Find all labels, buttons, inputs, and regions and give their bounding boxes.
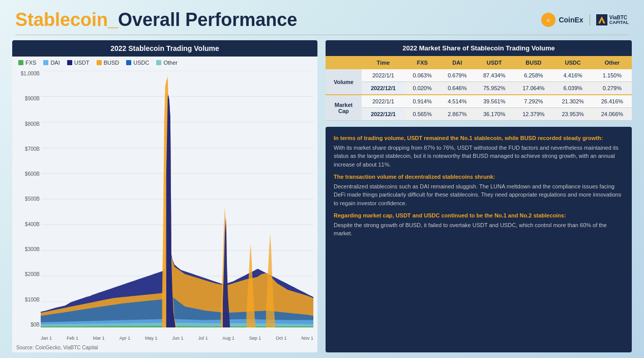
y-axis-label: $900B <box>14 96 40 101</box>
x-axis-label: Jun 1 <box>172 336 183 341</box>
cell-usdt: 39.561% <box>475 95 514 108</box>
y-axis-labels: $1,000B$900B$800B$700B$600B$500B$400B$30… <box>14 71 40 327</box>
header-logos: C CoinEx ViaBTC CAPITAL <box>541 13 629 27</box>
legend-item: USDT <box>67 60 90 66</box>
col-header-busd: BUSD <box>514 56 553 69</box>
x-axis-labels: Jan 1Feb 1Mar 1Apr 1May 1Jun 1Jul 1Aug 1… <box>41 336 313 341</box>
cell-usdt: 75.952% <box>475 82 514 95</box>
cell-usdc: 23.953% <box>553 108 593 121</box>
legend-label: USDC <box>133 60 149 66</box>
cell-usdc: 6.039% <box>553 82 593 95</box>
cell-fxs: 0.063% <box>405 69 440 82</box>
cell-busd: 7.292% <box>514 95 553 108</box>
table-header-row: Time FXS DAI USDT BUSD USDC Other <box>326 56 632 69</box>
legend-item: USDC <box>126 60 149 66</box>
legend-dot <box>156 60 161 65</box>
legend-dot <box>126 60 131 65</box>
coinex-logo: C CoinEx <box>541 13 583 27</box>
cell-usdc: 4.416% <box>553 69 593 82</box>
right-panel: 2022 Market Share of Stablecoin Trading … <box>326 40 632 352</box>
legend-item: BUSD <box>97 60 120 66</box>
header-divider <box>15 35 629 35</box>
col-header-usdt: USDT <box>475 56 514 69</box>
y-axis-label: $700B <box>14 146 40 152</box>
cell-time: 2022/1/1 <box>362 95 405 108</box>
table-row: Market Cap2022/1/10.914%4.514%39.561%7.2… <box>326 95 632 108</box>
legend-dot <box>43 60 48 65</box>
cell-busd: 17.064% <box>514 82 553 95</box>
x-axis-label: Sep 1 <box>249 336 261 341</box>
legend-item: DAI <box>43 60 60 66</box>
page-title: Stablecoin_ Overall Performance <box>15 9 297 31</box>
x-axis-label: Oct 1 <box>276 336 287 341</box>
svg-text:C: C <box>547 19 550 22</box>
col-header-empty <box>326 56 362 69</box>
cell-time: 2022/1/1 <box>362 69 405 82</box>
x-axis-label: Jul 1 <box>198 336 208 341</box>
table-section: 2022 Market Share of Stablecoin Trading … <box>326 40 632 121</box>
y-axis-label: $500B <box>14 196 40 202</box>
cell-time: 2022/12/1 <box>362 108 405 121</box>
col-header-other: Other <box>593 56 632 69</box>
legend-label: BUSD <box>104 60 120 66</box>
row-group-label: Volume <box>326 69 362 95</box>
info-body: With its market share dropping from 87% … <box>334 144 624 169</box>
cell-other: 1.150% <box>593 69 632 82</box>
legend-label: Other <box>163 60 178 66</box>
cell-busd: 12.379% <box>514 108 553 121</box>
x-axis-label: Feb 1 <box>67 336 78 341</box>
title-overall: Overall Performance <box>118 9 297 31</box>
cell-usdt: 87.434% <box>475 69 514 82</box>
title-stablecoin: Stablecoin_ <box>15 9 118 31</box>
legend-dot <box>18 60 23 65</box>
chart-svg <box>41 71 313 327</box>
chart-area: $1,000B$900B$800B$700B$600B$500B$400B$30… <box>12 69 317 343</box>
cell-usdc: 21.302% <box>553 95 593 108</box>
legend-label: DAI <box>50 60 60 66</box>
cell-fxs: 0.914% <box>405 95 440 108</box>
cell-usdt: 36.170% <box>475 108 514 121</box>
y-axis-label: $100B <box>14 297 40 302</box>
col-header-time: Time <box>362 56 405 69</box>
info-heading: Regarding market cap, USDT and USDC cont… <box>334 211 624 220</box>
table-row: 2022/12/10.565%2.867%36.170%12.379%23.95… <box>326 108 632 121</box>
info-body: Despite the strong growth of BUSD, it fa… <box>334 221 624 238</box>
chart-legend: FXSDAIUSDTBUSDUSDCOther <box>12 57 317 69</box>
main-content: 2022 Stablecoin Trading Volume FXSDAIUSD… <box>0 40 644 352</box>
x-axis-label: Mar 1 <box>93 336 105 341</box>
info-heading: In terms of trading volume, USDT remaine… <box>334 134 624 143</box>
cell-time: 2022/12/1 <box>362 82 405 95</box>
cell-other: 26.416% <box>593 95 632 108</box>
y-axis-label: $0B <box>14 322 40 327</box>
table-row: 2022/12/10.020%0.646%75.952%17.064%6.039… <box>326 82 632 95</box>
y-axis-label: $200B <box>14 271 40 277</box>
y-axis-label: $600B <box>14 171 40 177</box>
svg-rect-2 <box>596 14 607 25</box>
table-title: 2022 Market Share of Stablecoin Trading … <box>326 40 632 56</box>
viabtc-icon <box>596 14 607 25</box>
legend-item: FXS <box>18 60 36 66</box>
legend-dot <box>67 60 72 65</box>
col-header-dai: DAI <box>440 56 475 69</box>
info-box: In terms of trading volume, USDT remaine… <box>326 127 632 352</box>
source-text: Source: CoinGecko, ViaBTC Capital <box>12 343 317 352</box>
viabtc-logo: ViaBTC CAPITAL <box>590 14 629 25</box>
cell-other: 0.279% <box>593 82 632 95</box>
cell-dai: 0.679% <box>440 69 475 82</box>
cell-fxs: 0.020% <box>405 82 440 95</box>
coinex-label: CoinEx <box>559 16 583 24</box>
col-header-fxs: FXS <box>405 56 440 69</box>
legend-label: FXS <box>25 60 36 66</box>
legend-dot <box>97 60 102 65</box>
info-body: Decentralized stablecoins such as DAI re… <box>334 182 624 208</box>
x-axis-label: Nov 1 <box>301 336 313 341</box>
y-axis-label: $300B <box>14 246 40 252</box>
cell-other: 24.066% <box>593 108 632 121</box>
chart-title: 2022 Stablecoin Trading Volume <box>12 40 317 57</box>
cell-dai: 0.646% <box>440 82 475 95</box>
legend-item: Other <box>156 60 178 66</box>
table-row: Volume2022/1/10.063%0.679%87.434%6.258%4… <box>326 69 632 82</box>
viabtc-label: ViaBTC <box>609 15 629 20</box>
coinex-icon: C <box>541 13 555 27</box>
cell-dai: 2.867% <box>440 108 475 121</box>
